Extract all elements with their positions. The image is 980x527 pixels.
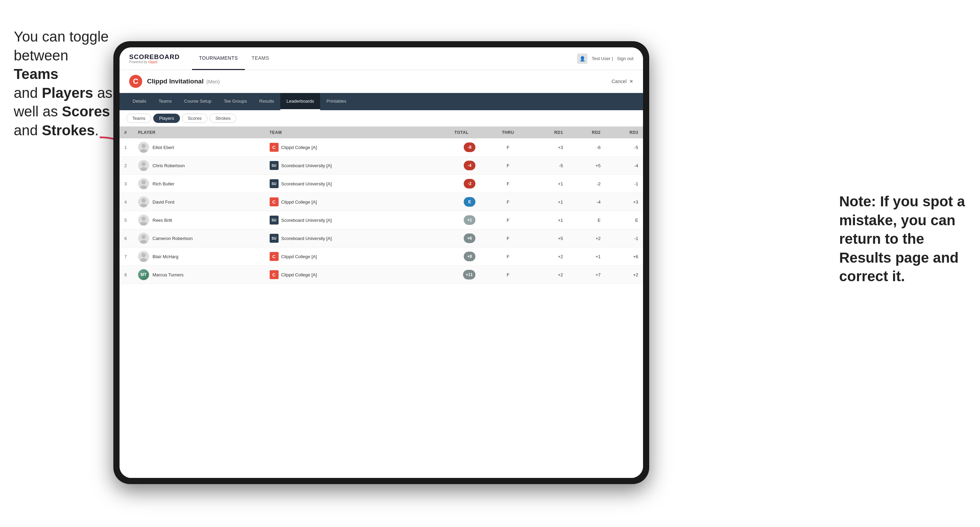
team-name: Scoreboard University [A]	[281, 217, 332, 223]
tab-course-setup[interactable]: Course Setup	[178, 93, 218, 110]
team-cell: SU Scoreboard University [A]	[265, 157, 412, 175]
player-name: Marcus Turners	[153, 272, 183, 278]
player-cell: David Ford	[133, 193, 265, 211]
svg-point-2	[140, 149, 147, 153]
player-cell: Elliot Ebert	[133, 138, 265, 157]
table-row: 8 MT Marcus Turners C Clippd College [A]…	[119, 266, 643, 284]
col-rd2: RD2	[568, 127, 605, 138]
logo-area: SCOREBOARD Powered by clippd	[129, 53, 180, 64]
tab-details[interactable]: Details	[126, 93, 153, 110]
table-row: 2 Chris Robertson SU Scoreboard Universi…	[119, 157, 643, 175]
rd3-cell: -1	[606, 175, 643, 193]
col-player: PLAYER	[133, 127, 265, 138]
right-annotation: Note: If you spot a mistake, you can ret…	[839, 192, 966, 286]
player-avatar	[138, 214, 149, 225]
toggle-teams[interactable]: Teams	[126, 114, 151, 123]
player-avatar	[138, 160, 149, 171]
sign-out-link[interactable]: Sign out	[617, 56, 633, 61]
team-cell: C Clippd College [A]	[265, 138, 412, 157]
player-cell: Cameron Robertson	[133, 229, 265, 248]
team-name: Clippd College [A]	[281, 200, 317, 205]
table-row: 1 Elliot Ebert C Clippd College [A] -8 F…	[119, 138, 643, 157]
rank-cell: 7	[119, 248, 133, 266]
rd2-cell: E	[568, 211, 605, 229]
team-cell: SU Scoreboard University [A]	[265, 175, 412, 193]
tab-teams[interactable]: Teams	[153, 93, 178, 110]
player-cell: Chris Robertson	[133, 157, 265, 175]
rd3-cell: +6	[606, 248, 643, 266]
svg-point-3	[142, 162, 146, 166]
score-badge: +1	[464, 215, 476, 225]
cancel-button[interactable]: Cancel ✕	[611, 79, 633, 84]
player-name: Chris Robertson	[153, 163, 185, 168]
svg-point-13	[142, 253, 146, 257]
rd2-cell: -2	[568, 175, 605, 193]
thru-cell: F	[486, 157, 530, 175]
total-cell: -4	[412, 157, 486, 175]
player-name: Elliot Ebert	[153, 145, 174, 150]
total-cell: +11	[412, 266, 486, 284]
tab-leaderboards[interactable]: Leaderboards	[280, 93, 320, 110]
team-cell: C Clippd College [A]	[265, 193, 412, 211]
player-avatar	[138, 178, 149, 189]
col-thru: THRU	[486, 127, 530, 138]
team-name: Clippd College [A]	[281, 254, 317, 259]
sub-tabs: Details Teams Course Setup Tee Groups Re…	[119, 93, 643, 110]
score-badge: E	[464, 197, 476, 207]
team-name: Scoreboard University [A]	[281, 181, 332, 186]
team-cell: SU Scoreboard University [A]	[265, 211, 412, 229]
player-avatar: MT	[138, 269, 149, 280]
thru-cell: F	[486, 266, 530, 284]
nav-right: 👤 Test User | Sign out	[577, 54, 633, 64]
rd3-cell: -1	[606, 229, 643, 248]
score-badge: +8	[464, 252, 476, 261]
left-annotation: You can toggle between Teams and Players…	[14, 27, 113, 140]
svg-point-14	[140, 258, 147, 262]
tournament-title: Clippd Invitational	[147, 78, 204, 85]
svg-point-9	[142, 217, 146, 221]
total-cell: +1	[412, 211, 486, 229]
user-icon: 👤	[577, 54, 587, 64]
score-badge: -2	[464, 179, 476, 189]
score-badge: +6	[464, 233, 476, 243]
rd1-cell: +1	[530, 175, 568, 193]
svg-point-1	[142, 144, 146, 148]
table-header: # PLAYER TEAM TOTAL THRU RD1 RD2 RD3	[119, 127, 643, 138]
username-label: Test User |	[592, 56, 613, 61]
nav-items: TOURNAMENTS TEAMS	[192, 48, 577, 70]
toggle-players[interactable]: Players	[153, 114, 180, 123]
toggle-scores[interactable]: Scores	[182, 114, 207, 123]
team-name: Clippd College [A]	[281, 145, 317, 150]
svg-point-7	[142, 198, 146, 203]
total-cell: E	[412, 193, 486, 211]
player-name: David Ford	[153, 200, 175, 205]
toggle-strokes[interactable]: Strokes	[210, 114, 236, 123]
total-cell: +6	[412, 229, 486, 248]
score-badge: +11	[463, 270, 476, 279]
table-row: 5 Rees Britt SU Scoreboard University [A…	[119, 211, 643, 229]
rank-cell: 8	[119, 266, 133, 284]
tab-tee-groups[interactable]: Tee Groups	[218, 93, 253, 110]
player-cell: MT Marcus Turners	[133, 266, 265, 284]
nav-item-tournaments[interactable]: TOURNAMENTS	[192, 48, 245, 70]
rd2-cell: -6	[568, 138, 605, 157]
tab-printables[interactable]: Printables	[320, 93, 352, 110]
col-rd3: RD3	[606, 127, 643, 138]
rank-cell: 6	[119, 229, 133, 248]
nav-item-teams[interactable]: TEAMS	[245, 48, 276, 70]
thru-cell: F	[486, 248, 530, 266]
tab-results[interactable]: Results	[253, 93, 280, 110]
team-logo: C	[270, 143, 278, 152]
col-rd1: RD1	[530, 127, 568, 138]
team-logo: SU	[270, 161, 278, 170]
team-logo: C	[270, 270, 278, 279]
svg-point-11	[142, 235, 146, 239]
player-avatar	[138, 233, 149, 244]
table-row: 3 Rich Butler SU Scoreboard University […	[119, 175, 643, 193]
player-name: Cameron Robertson	[153, 236, 193, 241]
rd1-cell: +1	[530, 211, 568, 229]
col-total: TOTAL	[412, 127, 486, 138]
team-name: Clippd College [A]	[281, 272, 317, 278]
table-row: 6 Cameron Robertson SU Scoreboard Univer…	[119, 229, 643, 248]
score-badge: -4	[464, 161, 476, 170]
